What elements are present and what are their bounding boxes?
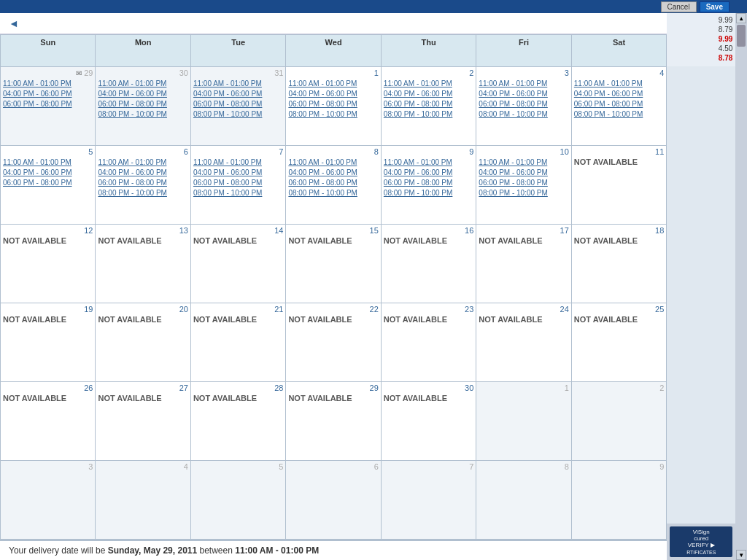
day-header-wed: Wed xyxy=(286,35,381,67)
time-slot[interactable]: 04:00 PM - 06:00 PM xyxy=(288,89,378,99)
cell-date: 14 xyxy=(193,226,283,235)
time-slot[interactable]: 08:00 PM - 10:00 PM xyxy=(384,109,473,120)
time-slot[interactable]: 08:00 PM - 10:00 PM xyxy=(479,109,568,120)
date-number: 1 xyxy=(374,69,379,77)
time-slot[interactable]: 04:00 PM - 06:00 PM xyxy=(98,89,187,99)
time-slot[interactable]: 06:00 PM - 08:00 PM xyxy=(384,99,473,109)
cell-date: 1 xyxy=(479,384,568,392)
time-slot[interactable]: 11:00 AM - 01:00 PM xyxy=(574,79,664,89)
time-slot[interactable]: 06:00 PM - 08:00 PM xyxy=(288,99,378,109)
time-slot[interactable]: 11:00 AM - 01:00 PM xyxy=(3,158,93,168)
time-slot[interactable]: 08:00 PM - 10:00 PM xyxy=(193,188,283,198)
cal-cell-28: 26NOT AVAILABLE xyxy=(1,382,96,461)
time-slot[interactable]: 11:00 AM - 01:00 PM xyxy=(479,158,568,168)
cal-cell-5[interactable]: 311:00 AM - 01:00 PM04:00 PM - 06:00 PM0… xyxy=(476,67,571,146)
time-slot[interactable]: 04:00 PM - 06:00 PM xyxy=(384,168,473,178)
price-5: 8.78 xyxy=(670,54,732,62)
cal-cell-29: 27NOT AVAILABLE xyxy=(96,382,190,461)
cal-cell-2[interactable]: 3111:00 AM - 01:00 PM04:00 PM - 06:00 PM… xyxy=(191,67,286,146)
cal-cell-27: 25NOT AVAILABLE xyxy=(572,303,667,382)
save-button[interactable]: Save xyxy=(700,1,729,12)
time-slot[interactable]: 04:00 PM - 06:00 PM xyxy=(574,89,664,99)
date-number: 30 xyxy=(179,69,188,77)
time-slot[interactable]: 04:00 PM - 06:00 PM xyxy=(193,89,283,99)
scroll-thumb[interactable] xyxy=(737,25,746,47)
cell-date: 23 xyxy=(384,305,473,314)
prev-month-button[interactable]: ◄ xyxy=(6,18,22,29)
right-side: 9.99 8.79 9.99 4.50 8.78 ViSign cured VE… xyxy=(667,13,735,560)
time-slot[interactable]: 11:00 AM - 01:00 PM xyxy=(98,79,187,89)
cal-cell-8[interactable]: 611:00 AM - 01:00 PM04:00 PM - 06:00 PM0… xyxy=(96,146,190,225)
time-slot[interactable]: 11:00 AM - 01:00 PM xyxy=(384,79,473,89)
scroll-down-arrow[interactable]: ▼ xyxy=(736,550,746,560)
cal-cell-25: 23NOT AVAILABLE xyxy=(382,303,476,382)
time-slot[interactable]: 06:00 PM - 08:00 PM xyxy=(479,99,568,109)
time-slot[interactable]: 08:00 PM - 10:00 PM xyxy=(384,188,473,198)
time-slot[interactable]: 11:00 AM - 01:00 PM xyxy=(479,79,568,89)
time-slot[interactable]: 04:00 PM - 06:00 PM xyxy=(384,89,473,99)
cell-date: 9 xyxy=(384,147,473,156)
date-number: 4 xyxy=(184,462,188,471)
date-number: 7 xyxy=(469,462,473,471)
cal-cell-31: 29NOT AVAILABLE xyxy=(286,382,381,461)
time-slot[interactable]: 11:00 AM - 01:00 PM xyxy=(3,79,93,89)
date-number: 6 xyxy=(374,462,379,471)
cal-cell-6[interactable]: 411:00 AM - 01:00 PM04:00 PM - 06:00 PM0… xyxy=(572,67,667,146)
time-slot[interactable]: 11:00 AM - 01:00 PM xyxy=(193,158,283,168)
date-number: 9 xyxy=(659,462,664,471)
cell-date: 10 xyxy=(479,147,568,156)
cal-cell-13: 11NOT AVAILABLE xyxy=(572,146,667,225)
time-slot[interactable]: 08:00 PM - 10:00 PM xyxy=(98,109,187,120)
time-slot[interactable]: 08:00 PM - 10:00 PM xyxy=(288,109,378,120)
time-slot[interactable]: 06:00 PM - 08:00 PM xyxy=(288,178,378,188)
time-slot[interactable]: 08:00 PM - 10:00 PM xyxy=(98,188,187,198)
right-spacer xyxy=(667,66,735,524)
time-slot[interactable]: 04:00 PM - 06:00 PM xyxy=(98,168,187,178)
cal-cell-9[interactable]: 711:00 AM - 01:00 PM04:00 PM - 06:00 PM0… xyxy=(191,146,286,225)
cancel-button[interactable]: Cancel xyxy=(661,1,697,12)
cal-cell-15: 13NOT AVAILABLE xyxy=(96,225,190,303)
price-1: 9.99 xyxy=(670,16,732,24)
time-slot[interactable]: 04:00 PM - 06:00 PM xyxy=(3,168,93,178)
time-slot[interactable]: 06:00 PM - 08:00 PM xyxy=(574,99,664,109)
time-slot[interactable]: 11:00 AM - 01:00 PM xyxy=(98,158,187,168)
time-slot[interactable]: 08:00 PM - 10:00 PM xyxy=(193,109,283,120)
time-slot[interactable]: 08:00 PM - 10:00 PM xyxy=(288,188,378,198)
time-slot[interactable]: 04:00 PM - 06:00 PM xyxy=(193,168,283,178)
time-slot[interactable]: 06:00 PM - 08:00 PM xyxy=(193,99,283,109)
not-available-label: NOT AVAILABLE xyxy=(193,315,283,324)
price-4: 4.50 xyxy=(670,44,732,52)
time-slot[interactable]: 08:00 PM - 10:00 PM xyxy=(479,188,568,198)
cal-cell-3[interactable]: 111:00 AM - 01:00 PM04:00 PM - 06:00 PM0… xyxy=(286,67,381,146)
time-slot[interactable]: 04:00 PM - 06:00 PM xyxy=(479,89,568,99)
not-available-label: NOT AVAILABLE xyxy=(3,394,93,402)
date-number: 7 xyxy=(279,147,283,156)
cell-date: 7 xyxy=(193,147,283,156)
main-scrollbar[interactable]: ▲ ▼ xyxy=(735,13,747,560)
cal-cell-1[interactable]: 3011:00 AM - 01:00 PM04:00 PM - 06:00 PM… xyxy=(96,67,190,146)
time-slot[interactable]: 06:00 PM - 08:00 PM xyxy=(3,178,93,188)
delivery-date: Sunday, May 29, 2011 xyxy=(108,545,198,556)
cal-cell-11[interactable]: 911:00 AM - 01:00 PM04:00 PM - 06:00 PM0… xyxy=(382,146,476,225)
cal-cell-7[interactable]: 511:00 AM - 01:00 PM04:00 PM - 06:00 PM0… xyxy=(1,146,96,225)
time-slot[interactable]: 06:00 PM - 08:00 PM xyxy=(98,99,187,109)
time-slot[interactable]: 04:00 PM - 06:00 PM xyxy=(479,168,568,178)
time-slot[interactable]: 11:00 AM - 01:00 PM xyxy=(288,79,378,89)
cal-cell-4[interactable]: 211:00 AM - 01:00 PM04:00 PM - 06:00 PM0… xyxy=(382,67,476,146)
time-slot[interactable]: 06:00 PM - 08:00 PM xyxy=(384,178,473,188)
time-slot[interactable]: 06:00 PM - 08:00 PM xyxy=(3,99,93,109)
cal-cell-12[interactable]: 1011:00 AM - 01:00 PM04:00 PM - 06:00 PM… xyxy=(476,146,571,225)
time-slot[interactable]: 11:00 AM - 01:00 PM xyxy=(384,158,473,168)
time-slot[interactable]: 06:00 PM - 08:00 PM xyxy=(98,178,187,188)
time-slot[interactable]: 08:00 PM - 10:00 PM xyxy=(574,109,664,120)
cal-cell-0[interactable]: ✉2911:00 AM - 01:00 PM04:00 PM - 06:00 P… xyxy=(1,67,96,146)
time-slot[interactable]: 06:00 PM - 08:00 PM xyxy=(193,178,283,188)
time-slot[interactable]: 11:00 AM - 01:00 PM xyxy=(288,158,378,168)
time-slot[interactable]: 06:00 PM - 08:00 PM xyxy=(479,178,568,188)
time-slot[interactable]: 04:00 PM - 06:00 PM xyxy=(288,168,378,178)
time-slot[interactable]: 04:00 PM - 06:00 PM xyxy=(3,89,93,99)
cell-date: ✉29 xyxy=(3,69,93,77)
cal-cell-10[interactable]: 811:00 AM - 01:00 PM04:00 PM - 06:00 PM0… xyxy=(286,146,381,225)
scroll-up-arrow[interactable]: ▲ xyxy=(736,13,746,23)
time-slot[interactable]: 11:00 AM - 01:00 PM xyxy=(193,79,283,89)
